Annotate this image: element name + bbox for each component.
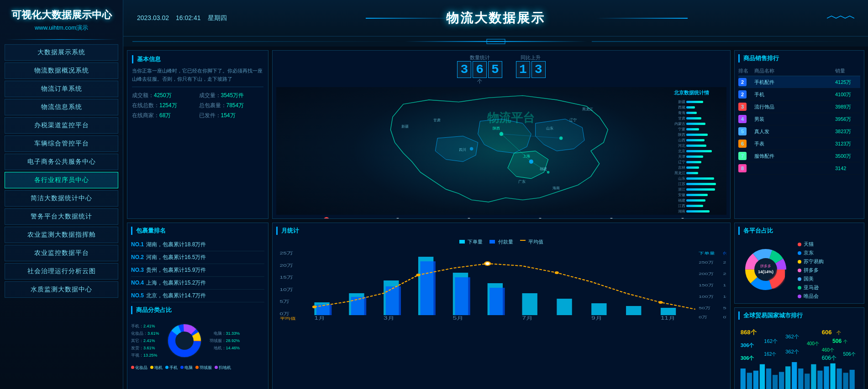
sidebar-item-2[interactable]: 物流订单系统 — [5, 81, 118, 97]
map-stat-count-unit: 个 — [457, 78, 502, 85]
digit: 6 — [473, 61, 487, 78]
legend-label: 京东 — [804, 249, 814, 256]
beijing-bar-row: 西藏 — [674, 105, 724, 110]
svg-text:606: 606 — [822, 329, 832, 336]
digit: 1 — [516, 61, 530, 78]
legend-label: 拼多多 — [804, 267, 819, 274]
beijing-bar-row: 宁夏 — [674, 127, 724, 132]
legend-dot — [798, 295, 801, 298]
sidebar-item-11[interactable]: 农业监控数据平台 — [5, 245, 118, 261]
svg-rect-112 — [792, 362, 797, 389]
basic-desc: 当你正靠一座山峰时，它已经在你脚下了。你必须再找一座山峰去征服。否则，你只有下山… — [132, 67, 263, 87]
sidebar-item-5[interactable]: 车辆综合管控平台 — [5, 135, 118, 152]
sidebar-item-12[interactable]: 社会治理运行分析云图 — [5, 263, 118, 280]
platform-legend-0: 天猫 — [798, 241, 824, 248]
stat-item-5: 已发件：154万 — [199, 112, 264, 119]
svg-point-28 — [177, 333, 192, 348]
product-sales: 4100万 — [835, 91, 860, 98]
legend-color — [215, 366, 218, 369]
svg-rect-109 — [773, 375, 778, 389]
sidebar-item-3[interactable]: 物流信息系统 — [5, 99, 118, 115]
sidebar-item-4[interactable]: 办税渠道监控平台 — [5, 117, 118, 134]
sidebar-item-9[interactable]: 警务平台大数据统计 — [5, 208, 118, 225]
sidebar-item-8[interactable]: 简洁大数据统计中心 — [5, 190, 118, 207]
svg-text:162个: 162个 — [764, 338, 778, 344]
panel-package-ranking: 包裹量排名NO.1湖南，包裹累计18.8万件NO.2河南，包裹累计16.5万件N… — [127, 223, 268, 389]
global-chart-container: 868个 606 个 506 个 306个 162个 362个 400个 460… — [738, 323, 860, 389]
legend-sq-payment — [489, 240, 495, 244]
timeline-dot[interactable] — [324, 217, 329, 219]
platform-legend-1: 京东 — [798, 249, 824, 256]
subheader — [123, 36, 868, 47]
svg-text:0万: 0万 — [280, 311, 290, 316]
legend-order: 下单量 — [459, 239, 483, 245]
stat-item-3: 总包裹量：7854万 — [199, 102, 264, 109]
svg-text:个: 个 — [836, 330, 841, 335]
sidebar-item-13[interactable]: 水质监测大数据中心 — [5, 281, 118, 298]
timeline-city-4: 成都 — [607, 218, 616, 219]
svg-rect-118 — [830, 363, 835, 389]
svg-point-52 — [312, 306, 316, 308]
beijing-bar-row: 河北 — [674, 143, 724, 148]
timeline-dot[interactable] — [681, 218, 684, 219]
timeline-dot[interactable] — [396, 218, 400, 219]
cat-mini-chart: 手机：2.41%化妆品：3.61%其它：2.41%发货：3.61%平视：13.2… — [131, 318, 264, 363]
svg-text:个: 个 — [843, 339, 847, 344]
product-name: 流行饰品 — [754, 104, 835, 110]
cat-legend-item-0: 化妆品 — [131, 365, 147, 371]
svg-text:平均值: 平均值 — [280, 316, 296, 321]
cat-legend-item-4: 羽绒服 — [195, 365, 212, 371]
panel-platform-ratio: 各平台占比 拼多多 14(14%) 天猫京东苏宁易购拼多多国美亚马逊唯品会 — [734, 223, 864, 304]
basic-info-title: 基本信息 — [132, 55, 263, 63]
map-stats-row: 数量统计 365 个 同比上升 13 — [276, 54, 726, 85]
beijing-bar-row: 吉林 — [674, 165, 724, 170]
rank-badge: 6 — [738, 140, 747, 148]
sidebar-item-6[interactable]: 电子商务公共服务中心 — [5, 154, 118, 170]
svg-text:200万: 200万 — [699, 272, 713, 276]
beijing-bar-row: 北京 — [674, 149, 724, 154]
col-name: 商品名称 — [754, 67, 835, 74]
svg-text:11月: 11月 — [661, 316, 675, 321]
map-stat-count-digits: 365 — [457, 61, 502, 78]
svg-point-7 — [547, 171, 550, 174]
svg-text:黑龙江: 黑龙江 — [582, 107, 593, 111]
monthly-title: 月统计 — [276, 227, 726, 235]
map-stat-rise-digits: 13 — [516, 61, 546, 78]
cat-legend-item-5: 扫地机 — [215, 365, 231, 371]
rank-badge: 8 — [738, 164, 747, 172]
svg-text:868个: 868个 — [741, 329, 757, 336]
sidebar-item-7[interactable]: 各行业程序员中心 — [5, 172, 118, 188]
timeline-dot[interactable] — [467, 218, 471, 219]
svg-text:162个: 162个 — [764, 352, 776, 357]
product-sales: 3123万 — [835, 140, 860, 147]
svg-text:5万: 5万 — [280, 299, 290, 303]
sidebar-nav: 大数据展示系统物流数据概况系统物流订单系统物流信息系统办税渠道监控平台车辆综合管… — [0, 42, 123, 300]
sidebar-item-0[interactable]: 大数据展示系统 — [5, 44, 118, 61]
legend-label: 苏宁易购 — [804, 258, 824, 265]
timeline-city-2: 上海 — [464, 218, 473, 219]
sidebar-item-10[interactable]: 农业监测大数据指挥舱 — [5, 227, 118, 243]
rank-text: 北京，包裹累计14.7万件 — [146, 292, 206, 299]
svg-text:7月: 7月 — [522, 316, 533, 321]
header-time: 16:02:41 — [176, 14, 201, 22]
svg-text:陕西: 陕西 — [493, 126, 500, 130]
table-row: 7 服饰配件 3500万 — [738, 150, 860, 162]
cat-donut-mini — [162, 318, 207, 363]
svg-text:150万: 150万 — [723, 283, 726, 287]
svg-text:400个: 400个 — [807, 341, 819, 346]
beijing-bar-row: 内蒙古 — [674, 121, 724, 126]
svg-point-55 — [555, 271, 559, 274]
timeline-city-5: 衡阳 — [678, 218, 687, 219]
timeline-dot[interactable] — [538, 218, 542, 219]
sidebar-item-1[interactable]: 物流数据概况系统 — [5, 62, 118, 79]
svg-rect-47 — [351, 297, 366, 315]
legend-label: 亚马逊 — [804, 284, 819, 291]
table-row: 2 手机配件 4125万 — [738, 76, 860, 88]
svg-rect-42 — [557, 299, 572, 315]
timeline-dot[interactable] — [610, 218, 613, 219]
header: 2023.03.02 16:02:41 星期四 物流大数据展示 — [123, 0, 868, 36]
rank-no: NO.4 — [131, 280, 144, 286]
package-ranking-title: 包裹量排名 — [131, 227, 264, 235]
svg-text:20万: 20万 — [280, 263, 293, 267]
table-row: 3 流行饰品 3989万 — [738, 101, 860, 113]
